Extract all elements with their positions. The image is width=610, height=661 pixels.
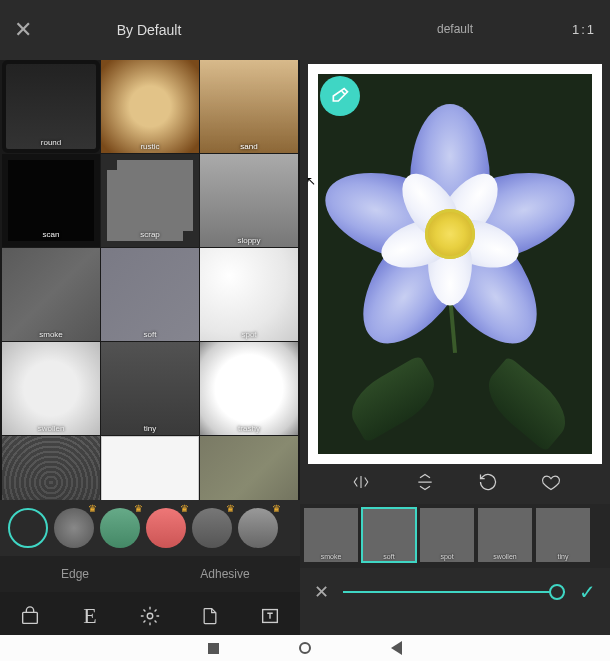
favorite-icon[interactable] bbox=[541, 472, 561, 496]
preset-2[interactable]: ♛ bbox=[100, 508, 140, 548]
flip-vertical-icon[interactable] bbox=[415, 472, 435, 496]
frame-item-sand[interactable]: sand bbox=[200, 60, 298, 153]
leaf-shape bbox=[342, 355, 445, 443]
frame-label: scan bbox=[43, 230, 60, 239]
close-icon[interactable]: ✕ bbox=[14, 17, 32, 43]
photo-canvas[interactable] bbox=[318, 74, 592, 454]
frame-item-soft[interactable]: soft bbox=[101, 248, 199, 341]
thumb-spot[interactable]: spot bbox=[420, 508, 474, 562]
editor-title: default bbox=[437, 22, 473, 36]
flip-horizontal-icon[interactable] bbox=[350, 473, 372, 495]
thumb-label: soft bbox=[383, 553, 394, 560]
preset-4[interactable]: ♛ bbox=[192, 508, 232, 548]
frame-thumbs-row: smoke soft spot swollen tiny bbox=[300, 504, 610, 568]
frame-label: spot bbox=[241, 330, 256, 339]
thumb-soft[interactable]: soft bbox=[362, 508, 416, 562]
thumb-label: tiny bbox=[558, 553, 569, 560]
document-icon[interactable] bbox=[197, 603, 223, 629]
frame-item-spot[interactable]: spot bbox=[200, 248, 298, 341]
cursor-icon: ↖ bbox=[306, 174, 316, 188]
thumb-swollen[interactable]: swollen bbox=[478, 508, 532, 562]
frame-label: sloppy bbox=[237, 236, 260, 245]
frame-label: scrap bbox=[140, 230, 160, 239]
preset-none[interactable] bbox=[8, 508, 48, 548]
svg-point-1 bbox=[147, 613, 153, 619]
eraser-button[interactable] bbox=[320, 76, 360, 116]
frame-item-scrap[interactable]: scrap bbox=[101, 154, 199, 247]
frame-label: soft bbox=[144, 330, 157, 339]
thumb-label: swollen bbox=[493, 553, 516, 560]
preset-3[interactable]: ♛ bbox=[146, 508, 186, 548]
frame-item-rustic[interactable]: rustic bbox=[101, 60, 199, 153]
frame-item-scan[interactable]: scan bbox=[2, 154, 100, 247]
frame-item-smoke[interactable]: smoke bbox=[2, 248, 100, 341]
transform-actions bbox=[300, 464, 610, 504]
crown-icon: ♛ bbox=[226, 503, 235, 514]
shop-icon[interactable] bbox=[17, 603, 43, 629]
thumb-label: spot bbox=[440, 553, 453, 560]
frame-label: rustic bbox=[140, 142, 159, 151]
crown-icon: ♛ bbox=[272, 503, 281, 514]
slider-knob[interactable] bbox=[549, 584, 565, 600]
frame-label: sand bbox=[240, 142, 257, 151]
preset-row: ♛ ♛ ♛ ♛ ♛ bbox=[0, 500, 300, 556]
frame-item-tiny[interactable]: tiny bbox=[101, 342, 199, 435]
photo-canvas-frame: ↖ bbox=[308, 64, 602, 464]
nav-home-icon[interactable] bbox=[299, 642, 311, 654]
frame-item-wispy[interactable]: wispy bbox=[200, 436, 298, 500]
cancel-icon[interactable]: ✕ bbox=[314, 581, 329, 603]
intensity-slider[interactable] bbox=[343, 591, 565, 593]
tab-adhesive[interactable]: Adhesive bbox=[150, 556, 300, 592]
frames-grid: round rustic sand scan scrap sloppy smok… bbox=[0, 60, 300, 500]
frame-item-trashy[interactable]: trashy bbox=[200, 342, 298, 435]
svg-rect-0 bbox=[23, 612, 38, 623]
frame-item-sloppy[interactable]: sloppy bbox=[200, 154, 298, 247]
crown-icon: ♛ bbox=[88, 503, 97, 514]
effects-icon[interactable]: E bbox=[77, 603, 103, 629]
frame-item-swollen[interactable]: swollen bbox=[2, 342, 100, 435]
frames-picker-panel: ✕ By Default round rustic sand scan scra… bbox=[0, 0, 300, 640]
android-nav-bar bbox=[0, 635, 610, 661]
frame-item-web[interactable]: web bbox=[2, 436, 100, 500]
thumb-label: smoke bbox=[321, 553, 342, 560]
category-tabs: Edge Adhesive bbox=[0, 556, 300, 592]
frame-label: tiny bbox=[144, 424, 156, 433]
tab-edge[interactable]: Edge bbox=[0, 556, 150, 592]
nav-recents-icon[interactable] bbox=[208, 643, 219, 654]
leaf-shape bbox=[476, 356, 577, 452]
text-icon[interactable] bbox=[257, 603, 283, 629]
thumb-tiny[interactable]: tiny bbox=[536, 508, 590, 562]
nav-back-icon[interactable] bbox=[391, 641, 402, 655]
crown-icon: ♛ bbox=[180, 503, 189, 514]
editor-panel: default 1:1 ↖ bbox=[300, 0, 610, 640]
frame-item-white[interactable]: white bbox=[101, 436, 199, 500]
bottom-toolbar: E bbox=[0, 592, 300, 640]
preset-5[interactable]: ♛ bbox=[238, 508, 278, 548]
aspect-ratio-icon[interactable]: 1:1 bbox=[572, 22, 596, 37]
frame-label: smoke bbox=[39, 330, 63, 339]
confirm-icon[interactable]: ✓ bbox=[579, 580, 596, 604]
frame-label: trashy bbox=[238, 424, 260, 433]
picker-header: ✕ By Default bbox=[0, 0, 300, 60]
rotate-icon[interactable] bbox=[478, 472, 498, 496]
editor-header: default 1:1 bbox=[300, 0, 610, 58]
settings-icon[interactable] bbox=[137, 603, 163, 629]
intensity-slider-row: ✕ ✓ bbox=[300, 568, 610, 616]
frame-item-round[interactable]: round bbox=[2, 60, 100, 153]
crown-icon: ♛ bbox=[134, 503, 143, 514]
preset-1[interactable]: ♛ bbox=[54, 508, 94, 548]
frame-label: swollen bbox=[38, 424, 65, 433]
thumb-smoke[interactable]: smoke bbox=[304, 508, 358, 562]
picker-title: By Default bbox=[32, 22, 266, 38]
frame-label: round bbox=[41, 138, 61, 147]
